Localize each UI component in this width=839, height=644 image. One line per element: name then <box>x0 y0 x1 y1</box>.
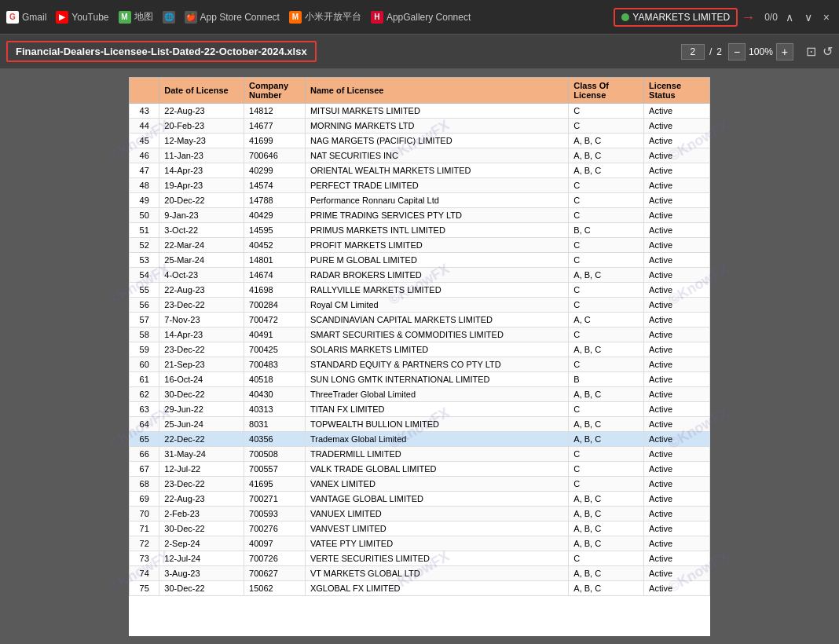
cell-name: VT MARKETS GLOBAL LTD <box>305 566 568 581</box>
cell-company: 14801 <box>244 253 306 268</box>
cell-company: 14677 <box>244 119 306 134</box>
cell-date: 20-Dec-22 <box>159 193 244 208</box>
zoom-level: 100% <box>749 46 773 57</box>
fit-page-icon[interactable]: ⊡ <box>806 44 816 59</box>
table-row: 65 22-Dec-22 40356 Trademax Global Limit… <box>130 432 710 447</box>
cell-num: 44 <box>130 119 159 134</box>
cell-class: C <box>569 298 644 313</box>
cell-name: TITAN FX LIMITED <box>305 402 568 417</box>
tab-globe[interactable]: 🌐 <box>163 11 175 24</box>
close-search-btn[interactable]: × <box>820 9 833 25</box>
cell-company: 40356 <box>244 432 306 447</box>
cell-class: A, B, C <box>569 536 644 551</box>
cell-date: 11-Jan-23 <box>159 148 244 163</box>
cell-num: 47 <box>130 163 159 178</box>
cell-name: TOPWEALTH BULLION LIMITED <box>305 417 568 432</box>
cell-num: 71 <box>130 521 159 536</box>
tab-mi-label: 小米开放平台 <box>305 10 361 24</box>
table-row: 72 2-Sep-24 40097 VATEE PTY LIMITED A, B… <box>130 536 710 551</box>
cell-class: A, B, C <box>569 417 644 432</box>
cell-name: VATEE PTY LIMITED <box>305 536 568 551</box>
rotate-icon[interactable]: ↺ <box>823 44 833 59</box>
apple-icon: 🍎 <box>185 11 197 24</box>
tab-appstore[interactable]: 🍎 App Store Connect <box>185 11 280 24</box>
table-row: 59 23-Dec-22 700425 SOLARIS MARKETS LIMI… <box>130 342 710 357</box>
cell-company: 700276 <box>244 521 306 536</box>
cell-company: 40097 <box>244 536 306 551</box>
cell-date: 3-Oct-22 <box>159 223 244 238</box>
cell-class: A, B, C <box>569 581 644 596</box>
table-row: 69 22-Aug-23 700271 VANTAGE GLOBAL LIMIT… <box>130 492 710 507</box>
cell-company: 14574 <box>244 178 306 193</box>
cell-date: 2-Sep-24 <box>159 536 244 551</box>
cell-status: Active <box>644 372 710 387</box>
tab-mi[interactable]: M 小米开放平台 <box>289 10 361 24</box>
tab-huawei-label: AppGallery Connect <box>387 12 471 23</box>
cell-name: ORIENTAL WEALTH MARKETS LIMITED <box>305 163 568 178</box>
cell-company: 700593 <box>244 507 306 521</box>
cell-date: 14-Apr-23 <box>159 327 244 342</box>
cell-date: 30-Dec-22 <box>159 581 244 596</box>
page-input[interactable] <box>681 44 705 60</box>
maps-icon: M <box>119 11 131 24</box>
zoom-out-btn[interactable]: − <box>728 43 746 60</box>
cell-date: 9-Jan-23 <box>159 208 244 223</box>
table-row: 61 16-Oct-24 40518 SUN LONG GMTK INTERNA… <box>130 372 710 387</box>
main-content: ©KnowFX ©KnowFX ©KnowFX ©KnowFX ©KnowFX … <box>0 69 839 644</box>
cell-status: Active <box>644 462 710 477</box>
cell-status: Active <box>644 178 710 193</box>
table-row: 43 22-Aug-23 14812 MITSUI MARKETS LIMITE… <box>130 104 710 119</box>
table-row: 75 30-Dec-22 15062 XGLOBAL FX LIMITED A,… <box>130 581 710 596</box>
table-row: 48 19-Apr-23 14574 PERFECT TRADE LIMITED… <box>130 178 710 193</box>
cell-date: 7-Nov-23 <box>159 313 244 327</box>
table-row: 63 29-Jun-22 40313 TITAN FX LIMITED C Ac… <box>130 402 710 417</box>
cell-class: A, B, C <box>569 134 644 148</box>
cell-num: 64 <box>130 417 159 432</box>
table-row: 50 9-Jan-23 40429 PRIME TRADING SERVICES… <box>130 208 710 223</box>
table-row: 62 30-Dec-22 40430 ThreeTrader Global Li… <box>130 387 710 402</box>
page-navigation: / 2 <box>681 44 722 60</box>
cell-num: 73 <box>130 551 159 566</box>
cell-name: PRIMUS MARKETS INTL LIMITED <box>305 223 568 238</box>
cell-name: Trademax Global Limited <box>305 432 568 447</box>
cell-company: 700508 <box>244 447 306 462</box>
cell-num: 46 <box>130 148 159 163</box>
cell-date: 22-Aug-23 <box>159 283 244 298</box>
cell-class: C <box>569 477 644 492</box>
cell-num: 58 <box>130 327 159 342</box>
cell-num: 63 <box>130 402 159 417</box>
zoom-in-btn[interactable]: + <box>776 43 793 60</box>
cell-num: 69 <box>130 492 159 507</box>
cell-num: 74 <box>130 566 159 581</box>
cell-num: 61 <box>130 372 159 387</box>
cell-company: 700726 <box>244 551 306 566</box>
cell-name: ThreeTrader Global Limited <box>305 387 568 402</box>
next-result-btn[interactable]: ∨ <box>801 9 815 25</box>
tab-youtube[interactable]: ▶ YouTube <box>56 11 108 24</box>
gmail-icon: G <box>6 11 19 24</box>
cell-date: 19-Apr-23 <box>159 178 244 193</box>
cell-company: 700425 <box>244 342 306 357</box>
cell-class: A, B, C <box>569 268 644 283</box>
page-area: ©KnowFX ©KnowFX ©KnowFX ©KnowFX ©KnowFX … <box>0 69 839 644</box>
prev-result-btn[interactable]: ∧ <box>782 9 797 25</box>
cell-date: 16-Oct-24 <box>159 372 244 387</box>
table-row: 47 14-Apr-23 40299 ORIENTAL WEALTH MARKE… <box>130 163 710 178</box>
tab-maps[interactable]: M 地图 <box>119 10 153 24</box>
search-box[interactable]: YAMARKETS LIMITED <box>614 8 738 27</box>
cell-name: SOLARIS MARKETS LIMITED <box>305 342 568 357</box>
cell-class: B <box>569 372 644 387</box>
cell-num: 59 <box>130 342 159 357</box>
huawei-icon: H <box>371 11 383 24</box>
cell-date: 22-Aug-23 <box>159 104 244 119</box>
cell-status: Active <box>644 313 710 327</box>
cell-class: C <box>569 104 644 119</box>
toolbar-action-icons: ⊡ ↺ <box>806 44 833 59</box>
cell-num: 52 <box>130 238 159 253</box>
cell-name: MITSUI MARKETS LIMITED <box>305 104 568 119</box>
cell-class: A, B, C <box>569 148 644 163</box>
cell-status: Active <box>644 447 710 462</box>
tab-huawei[interactable]: H AppGallery Connect <box>371 11 471 24</box>
tab-gmail[interactable]: G Gmail <box>6 11 46 24</box>
cell-num: 56 <box>130 298 159 313</box>
